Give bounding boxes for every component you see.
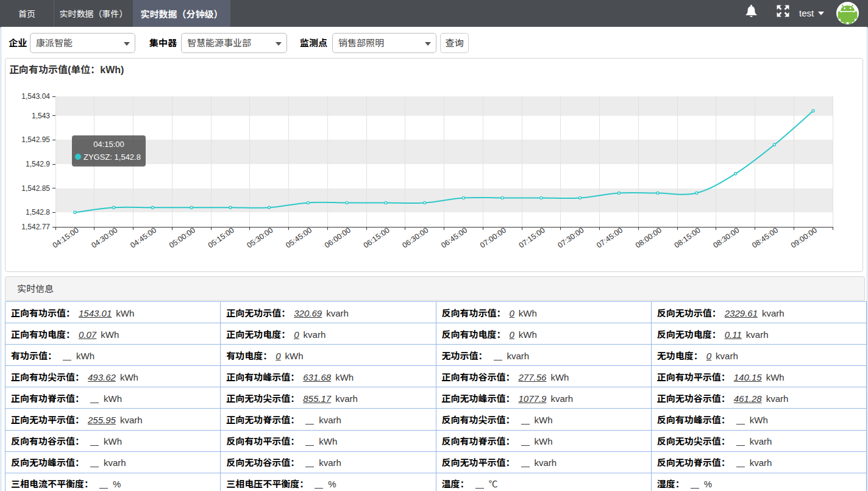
svg-text:1,542.95: 1,542.95 — [21, 135, 50, 144]
svg-text:1,542.9: 1,542.9 — [26, 160, 50, 168]
svg-text:1,542.77: 1,542.77 — [21, 223, 50, 231]
svg-text:1,543: 1,543 — [32, 112, 50, 120]
svg-text:1,542.85: 1,542.85 — [21, 184, 50, 193]
svg-text:1,543.04: 1,543.04 — [21, 92, 50, 101]
svg-text:1,542.8: 1,542.8 — [26, 208, 50, 217]
